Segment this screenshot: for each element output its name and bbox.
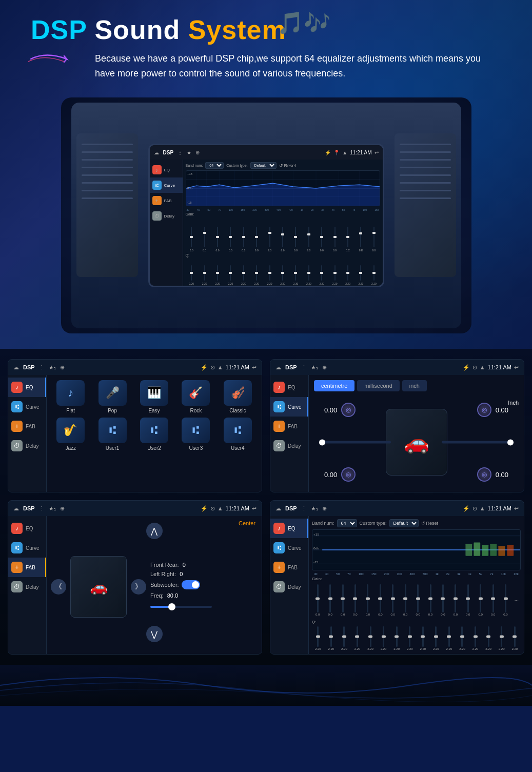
- custom-type-select-p4[interactable]: Default: [389, 519, 419, 527]
- curve-label: Curve: [164, 183, 175, 188]
- menu-icon-p3: ⋮: [39, 505, 45, 512]
- custom-type-label-p4: Custom type:: [360, 521, 387, 526]
- front-rear-label: Front Rear:: [150, 562, 179, 568]
- bottom-right-value: 0.00: [496, 471, 508, 479]
- preset-pop[interactable]: 🎤 Pop: [93, 380, 131, 413]
- top-left-value: 0.00: [324, 406, 337, 414]
- q-label-mini: Q:: [186, 253, 380, 257]
- sidebar-eq-p3[interactable]: ♪ EQ: [8, 519, 46, 538]
- user2-icon: ⑆: [140, 418, 168, 443]
- panel2-main: centimetre millisecond inch 0.00 ◎ ◎ 0.0…: [309, 375, 524, 492]
- preset-user2[interactable]: ⑆ User2: [135, 418, 173, 451]
- header-dsp-label: DSP: [163, 150, 174, 155]
- sidebar-eq-p2[interactable]: ♪ EQ: [270, 378, 308, 397]
- band-num-select[interactable]: 64: [205, 162, 224, 169]
- bottom-right-knob[interactable]: ◎: [477, 467, 491, 482]
- vibrate-icon-p3: ⊕: [60, 505, 65, 512]
- eq-chart-mini: +15 0db -15: [186, 170, 380, 206]
- eq-chart-p4: +15 0db -15: [312, 529, 521, 570]
- sidebar-delay-p3[interactable]: ⏱ Delay: [8, 577, 46, 597]
- user1-icon: ⑆: [98, 418, 127, 443]
- band-num-select-p4[interactable]: 64: [337, 519, 357, 527]
- bt-icon-p1: ⚡: [201, 364, 208, 371]
- preset-classic[interactable]: 🎻 Classic: [219, 380, 257, 413]
- svg-rect-27: [490, 544, 497, 556]
- down-button[interactable]: ⋁: [146, 626, 163, 642]
- dsp-label-p4: DSP: [285, 505, 297, 511]
- sidebar-curve-p1[interactable]: ⑆ Curve: [8, 397, 46, 417]
- sidebar-fab-p1[interactable]: + FAB: [8, 417, 46, 436]
- top-right-value: 0.00: [496, 406, 508, 414]
- left-slider-thumb[interactable]: [319, 439, 325, 445]
- sidebar-item-delay[interactable]: ⏱ Delay: [150, 208, 183, 224]
- left-arrow-button[interactable]: 《: [51, 579, 66, 595]
- sidebar-eq-p1[interactable]: ♪ EQ: [8, 378, 46, 397]
- hero-title-dsp: DSP: [31, 15, 87, 45]
- menu-icon-p1: ⋮: [39, 364, 45, 371]
- panel-delay-speaker: ☁ DSP ⋮ ★₁ ⊕ ⚡ ⊙ ▲ 11:21 AM ↩ ♪ EQ: [270, 359, 524, 492]
- delay-menu-icon-p3: ⏱: [11, 581, 23, 592]
- music-icon: 🎵🎶: [277, 10, 330, 35]
- sidebar-eq-p4[interactable]: ♪ EQ: [270, 519, 308, 538]
- sidebar-curve-p4[interactable]: ⑆ Curve: [270, 538, 308, 558]
- svg-rect-24: [465, 544, 472, 556]
- vibrate-icon-p1: ⊕: [60, 364, 65, 371]
- top-left-knob[interactable]: ◎: [341, 403, 356, 417]
- curve-menu-icon-p1: ⑆: [11, 401, 23, 412]
- user1-label: User1: [106, 445, 120, 451]
- bt-icon-p4: ⚡: [463, 505, 470, 512]
- preset-user1[interactable]: ⑆ User1: [93, 418, 131, 451]
- sidebar-fab-p2[interactable]: + FAB: [270, 417, 308, 436]
- rock-icon: 🎸: [182, 380, 210, 406]
- fab-middle-row: 《 🚗 》 Front Rear: 0 Left Right: 0: [51, 556, 258, 618]
- back-icon-p1: ↩: [252, 364, 257, 371]
- sidebar-item-fab[interactable]: + FAB: [150, 193, 183, 208]
- car-seats-image: 🚗: [386, 409, 447, 476]
- right-arrow-button[interactable]: 》: [131, 579, 146, 595]
- preset-user4[interactable]: ⑆ User4: [219, 418, 257, 451]
- subwoofer-toggle[interactable]: [182, 580, 200, 589]
- custom-type-select[interactable]: Default: [250, 162, 277, 169]
- tab-millisecond[interactable]: millisecond: [357, 380, 399, 391]
- eq-menu-icon-p2: ♪: [273, 382, 285, 393]
- reset-button[interactable]: ↺ Reset: [279, 163, 297, 168]
- curve-menu-icon-p3: ⑆: [11, 542, 23, 553]
- back-icon: ↩: [375, 150, 379, 155]
- tab-centimetre[interactable]: centimetre: [314, 380, 354, 391]
- curve-menu-label-p1: Curve: [26, 404, 40, 410]
- star-icon-p4: ★₁: [311, 505, 318, 512]
- sidebar-curve-p2[interactable]: ⑆ Curve: [270, 397, 308, 417]
- freq-value: 80.0: [167, 592, 178, 599]
- wave-decoration-bottom: [0, 665, 532, 706]
- top-right-knob[interactable]: ◎: [477, 403, 491, 417]
- sidebar-item-eq[interactable]: ♪ EQ: [150, 162, 183, 177]
- eq-menu-icon-p3: ♪: [11, 523, 23, 534]
- svg-rect-28: [498, 546, 505, 556]
- fab-car-image: 🚗: [70, 556, 127, 618]
- panel-fab: ☁ DSP ⋮ ★₁ ⊕ ⚡ ⊙ ▲ 11:21 AM ↩ ♪ EQ: [8, 500, 262, 655]
- sidebar-fab-p3[interactable]: + FAB: [8, 558, 46, 577]
- preset-rock[interactable]: 🎸 Rock: [177, 380, 214, 413]
- sidebar-fab-p4[interactable]: + FAB: [270, 558, 308, 577]
- preset-user3[interactable]: ⑆ User3: [177, 418, 214, 451]
- sidebar-delay-p1[interactable]: ⏱ Delay: [8, 436, 46, 456]
- right-slider-thumb[interactable]: [507, 439, 514, 445]
- sidebar-delay-p4[interactable]: ⏱ Delay: [270, 577, 308, 597]
- dsp-screen-main: ☁ DSP ⋮ ★ ⊕ ⚡ 📍 ▲ 11:21 AM ↩: [148, 144, 384, 287]
- preset-easy[interactable]: 🎹 Easy: [135, 380, 173, 413]
- preset-jazz[interactable]: 🎷 Jazz: [52, 418, 89, 451]
- freq-slider[interactable]: [150, 602, 212, 612]
- up-button[interactable]: ⋀: [146, 523, 163, 539]
- tab-inch[interactable]: inch: [402, 380, 427, 391]
- bottom-left-knob[interactable]: ◎: [341, 467, 356, 482]
- more-button[interactable]: ···: [513, 598, 521, 603]
- delay-menu-icon-p2: ⏱: [273, 440, 285, 451]
- freq-slider-thumb: [168, 603, 175, 610]
- sidebar-item-curve[interactable]: ⑆ Curve: [150, 177, 183, 193]
- fab-menu-icon-p4: +: [273, 562, 285, 573]
- preset-flat[interactable]: ♪ Flat: [52, 380, 89, 413]
- sidebar-delay-p2[interactable]: ⏱ Delay: [270, 436, 308, 456]
- reset-button-p4[interactable]: ↺ Reset: [421, 521, 439, 526]
- preset-grid: ♪ Flat 🎤 Pop 🎹 Easy 🎸 Rock: [52, 380, 257, 451]
- sidebar-curve-p3[interactable]: ⑆ Curve: [8, 538, 46, 558]
